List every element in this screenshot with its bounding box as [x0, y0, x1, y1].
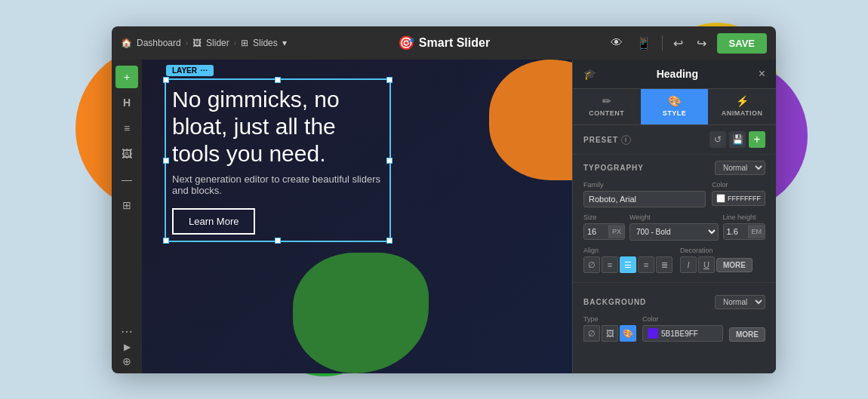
- logo-icon: 🎯: [398, 35, 414, 51]
- lineheight-input[interactable]: [724, 224, 748, 239]
- heading-icon: H: [123, 97, 131, 109]
- sidebar-text-button[interactable]: ≡: [115, 117, 138, 140]
- preset-save-button[interactable]: 💾: [729, 131, 746, 148]
- preset-info-icon: i: [621, 135, 631, 145]
- lineheight-unit: EM: [748, 225, 765, 238]
- slide-green-blob: [293, 253, 429, 373]
- color-group: Color FFFFFFFF: [712, 181, 765, 207]
- content-icon: ✏: [602, 95, 611, 107]
- typography-more-button[interactable]: MORE: [716, 258, 753, 272]
- top-bar-right: 👁 📱 ↩ ↪ SAVE: [608, 33, 767, 54]
- preset-reset-button[interactable]: ↺: [709, 131, 726, 148]
- align-none-button[interactable]: ∅: [583, 256, 600, 273]
- handle-bottom-mid[interactable]: [275, 238, 281, 244]
- handle-top-left[interactable]: [163, 77, 169, 83]
- typography-mode-select[interactable]: Normal: [715, 161, 765, 175]
- type-color-button[interactable]: 🎨: [620, 325, 636, 342]
- sidebar-more-button[interactable]: ⋯: [121, 324, 133, 339]
- weight-select[interactable]: 700 - Bold: [629, 223, 718, 241]
- breadcrumb-dashboard[interactable]: Dashboard: [137, 38, 181, 48]
- layer-options-icon[interactable]: ⋯: [200, 66, 208, 75]
- preset-row: PRESET i ↺ 💾 +: [573, 125, 776, 155]
- bg-color-swatch: [648, 328, 658, 339]
- breadcrumb-sep-2: ›: [234, 39, 236, 48]
- layer-selection-box[interactable]: LAYER ⋯ No gimmicks, no bloat, just all …: [165, 78, 391, 242]
- handle-bottom-left[interactable]: [163, 238, 169, 244]
- family-group: Family: [583, 181, 706, 207]
- family-input[interactable]: [583, 191, 706, 207]
- background-section-header: BACKGROUND Normal: [573, 289, 776, 312]
- italic-button[interactable]: I: [680, 256, 697, 273]
- breadcrumb-slider[interactable]: Slider: [206, 38, 229, 48]
- align-right-button[interactable]: ≡: [638, 256, 654, 273]
- decoration-buttons: I U MORE: [680, 256, 753, 273]
- tab-style[interactable]: 🎨 STYLE: [641, 89, 709, 124]
- sidebar-image-button[interactable]: 🖼: [115, 143, 138, 165]
- canvas-area[interactable]: LAYER ⋯ No gimmicks, no bloat, just all …: [142, 60, 776, 373]
- typography-section-header: TYPOGRAPHY Normal: [573, 155, 776, 178]
- tab-animation[interactable]: ⚡ ANIMATION: [708, 89, 776, 124]
- size-input-wrap: PX: [583, 223, 625, 240]
- handle-mid-left[interactable]: [163, 158, 169, 164]
- type-image-button[interactable]: 🖼: [602, 325, 618, 342]
- bg-type-color-row: Type ∅ 🖼 🎨 Color 5B1BE9FF: [573, 312, 776, 345]
- undo-button[interactable]: ↩: [670, 33, 686, 54]
- align-label: Align: [583, 247, 673, 254]
- breadcrumb-dropdown-icon[interactable]: ▾: [282, 38, 287, 48]
- responsive-button[interactable]: 📱: [633, 33, 654, 54]
- save-button[interactable]: SAVE: [717, 33, 767, 54]
- bg-type-group: Type ∅ 🖼 🎨: [583, 315, 636, 342]
- align-left-button[interactable]: ≡: [602, 256, 618, 273]
- background-more-button[interactable]: MORE: [729, 327, 765, 342]
- handle-mid-right[interactable]: [386, 158, 392, 164]
- lineheight-label: Line height: [723, 213, 766, 221]
- background-mode-select[interactable]: Normal: [715, 295, 765, 309]
- underline-button[interactable]: U: [698, 256, 715, 273]
- sidebar-heading-button[interactable]: H: [115, 91, 138, 114]
- animation-icon: ⚡: [736, 95, 749, 107]
- breadcrumb-icon-slider: 🖼: [192, 38, 202, 48]
- sidebar-divider-button[interactable]: —: [115, 168, 138, 191]
- bg-color-display[interactable]: 5B1BE9FF: [642, 325, 723, 342]
- preset-label: PRESET i: [583, 135, 631, 145]
- left-sidebar: + H ≡ 🖼 — ⊞ ⋯ ▶ ⊕: [112, 60, 142, 373]
- slide-heading: No gimmicks, no bloat, just all the tool…: [172, 86, 383, 167]
- bg-color-group: Color 5B1BE9FF: [642, 315, 723, 342]
- handle-top-mid[interactable]: [275, 77, 281, 83]
- sidebar-grid-button[interactable]: ⊞: [115, 194, 138, 216]
- grid-icon: ⊞: [122, 199, 131, 211]
- top-bar: 🏠 Dashboard › 🖼 Slider › ⊞ Slides ▾ 🎯 Sm…: [112, 26, 776, 60]
- redo-button[interactable]: ↪: [694, 33, 709, 54]
- type-none-button[interactable]: ∅: [583, 325, 600, 342]
- weight-label: Weight: [629, 213, 718, 221]
- learn-more-button[interactable]: Learn More: [172, 208, 255, 235]
- align-buttons: ∅ ≡ ☰ ≡ ≣: [583, 256, 673, 273]
- align-center-button[interactable]: ☰: [620, 256, 636, 273]
- image-icon: 🖼: [122, 148, 132, 160]
- panel-tabs: ✏ CONTENT 🎨 STYLE ⚡ ANIMATION: [573, 89, 776, 125]
- panel-title: Heading: [657, 68, 698, 80]
- align-justify-button[interactable]: ≣: [656, 256, 673, 273]
- app-window: 🏠 Dashboard › 🖼 Slider › ⊞ Slides ▾ 🎯 Sm…: [112, 26, 776, 373]
- size-group: Size PX: [583, 213, 625, 241]
- tab-content[interactable]: ✏ CONTENT: [573, 89, 641, 124]
- sidebar-crosshair-button[interactable]: ⊕: [122, 355, 131, 367]
- breadcrumb-slides[interactable]: Slides: [253, 38, 278, 48]
- breadcrumb: 🏠 Dashboard › 🖼 Slider › ⊞ Slides ▾: [121, 38, 287, 48]
- layer-badge: LAYER ⋯: [166, 65, 214, 76]
- preset-add-button[interactable]: +: [749, 131, 765, 148]
- preview-button[interactable]: 👁: [608, 33, 626, 53]
- home-icon: 🏠: [121, 38, 132, 48]
- size-input[interactable]: [584, 224, 608, 239]
- sidebar-play-button[interactable]: ▶: [124, 342, 131, 352]
- handle-bottom-right[interactable]: [386, 238, 392, 244]
- text-icon: ≡: [124, 122, 130, 134]
- bg-color-hex: 5B1BE9FF: [661, 330, 698, 338]
- panel-close-button[interactable]: ×: [759, 67, 765, 81]
- sidebar-add-button[interactable]: +: [115, 66, 138, 88]
- handle-top-right[interactable]: [386, 77, 392, 83]
- size-unit: PX: [608, 225, 624, 238]
- color-swatch-white[interactable]: [716, 194, 725, 203]
- family-color-row: Family Color FFFFFFFF: [573, 178, 776, 210]
- color-input-wrap[interactable]: FFFFFFFF: [712, 191, 765, 206]
